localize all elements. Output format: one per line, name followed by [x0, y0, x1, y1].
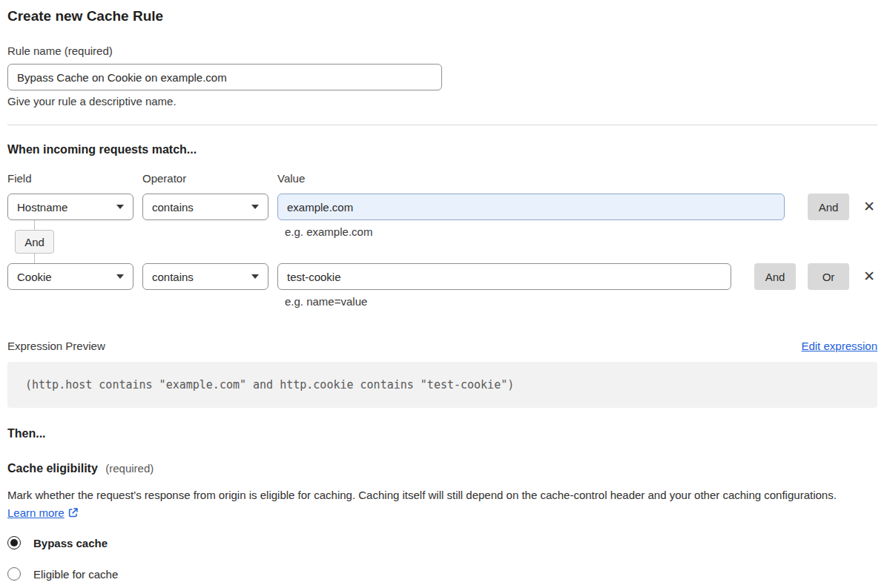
then-heading: Then... [7, 426, 877, 441]
radio-label: Eligible for cache [33, 568, 118, 581]
rule-name-input[interactable] [7, 64, 442, 90]
row-actions: And Or ✕ [754, 263, 877, 290]
field-select-value: Hostname [17, 201, 67, 214]
operator-select-value: contains [152, 271, 194, 283]
condition-column-labels: Field Operator Value [7, 172, 877, 185]
description-text: Mark whether the request’s response from… [7, 489, 837, 501]
connector-area: And e.g. example.com [7, 220, 877, 263]
radio-unselected-icon[interactable] [7, 567, 21, 581]
page-title: Create new Cache Rule [7, 7, 877, 25]
rule-name-help: Give your rule a descriptive name. [7, 95, 877, 108]
learn-more-link[interactable]: Learn more [7, 506, 65, 519]
expression-preview-code: (http.host contains "example.com" and ht… [7, 362, 877, 408]
required-badge: (required) [105, 462, 154, 475]
radio-option-bypass-cache[interactable]: Bypass cache [7, 536, 877, 549]
condition-row-2: Cookie contains And Or ✕ [7, 263, 877, 290]
value-hint: e.g. example.com [285, 225, 372, 239]
cache-eligibility-title: Cache eligibility [7, 462, 98, 475]
field-select[interactable]: Cookie [7, 263, 134, 290]
add-or-condition-button[interactable]: Or [808, 263, 849, 290]
field-select[interactable]: Hostname [7, 194, 134, 220]
close-icon[interactable]: ✕ [861, 268, 877, 285]
value-hint: e.g. name=value [285, 295, 877, 308]
field-column-label: Field [7, 172, 134, 185]
external-link-icon [67, 507, 79, 518]
match-heading: When incoming requests match... [7, 142, 877, 157]
add-and-condition-button[interactable]: And [808, 194, 849, 220]
value-input[interactable] [277, 263, 731, 290]
radio-selected-icon[interactable] [7, 536, 21, 549]
edit-expression-link[interactable]: Edit expression [801, 340, 877, 352]
chevron-down-icon [116, 274, 124, 279]
condition-row-1: Hostname contains And ✕ [7, 194, 877, 220]
operator-column-label: Operator [142, 172, 268, 185]
cache-eligibility-heading: Cache eligibility (required) [7, 461, 877, 476]
connector-line [34, 220, 35, 230]
expression-preview-header: Expression Preview Edit expression [7, 340, 877, 353]
value-column-label: Value [277, 172, 305, 185]
operator-select[interactable]: contains [142, 194, 268, 220]
chevron-down-icon [116, 205, 124, 209]
expression-preview-label: Expression Preview [7, 340, 105, 353]
radio-label: Bypass cache [33, 537, 108, 549]
chevron-down-icon [251, 205, 259, 209]
section-divider [7, 125, 877, 125]
cache-eligibility-description: Mark whether the request’s response from… [7, 486, 868, 522]
value-input[interactable] [277, 194, 785, 220]
operator-select[interactable]: contains [142, 263, 268, 290]
chevron-down-icon [251, 274, 259, 279]
add-and-condition-button[interactable]: And [754, 263, 796, 290]
create-cache-rule-page: Create new Cache Rule Rule name (require… [0, 0, 890, 581]
rule-name-label: Rule name (required) [7, 44, 877, 58]
row-actions: And ✕ [808, 194, 877, 220]
close-icon[interactable]: ✕ [861, 199, 877, 215]
connector-line [34, 254, 35, 263]
operator-select-value: contains [152, 201, 194, 214]
field-select-value: Cookie [17, 271, 52, 283]
and-connector-button[interactable]: And [15, 230, 54, 254]
radio-option-eligible-for-cache[interactable]: Eligible for cache [7, 567, 877, 581]
